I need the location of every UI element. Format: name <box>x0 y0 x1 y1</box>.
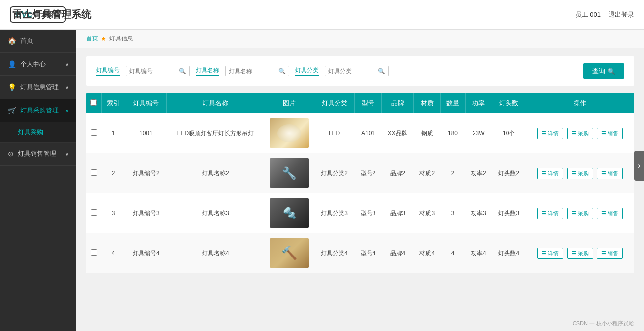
th-material: 材质 <box>414 93 441 113</box>
row-bulbs: 灯头数2 <box>492 153 526 193</box>
table-row: 1 1001 LED吸顶灯客厅灯长方形吊灯 LED A101 XX品牌 钢质 1… <box>86 113 634 153</box>
search-btn-label: 查询 <box>592 67 605 75</box>
sidebar-item-lamp-purchase[interactable]: 🛒 灯具采购管理 ∨ <box>0 99 76 122</box>
th-name: 灯具名称 <box>167 93 265 113</box>
sidebar-lamp-sales-label: 灯具销售管理 <box>18 149 56 158</box>
sidebar-lamp-purchase-label: 灯具采购管理 <box>20 106 59 115</box>
search-input-3[interactable] <box>328 68 378 74</box>
search-input-2[interactable] <box>229 68 278 74</box>
purchase-button[interactable]: ☰ 采购 <box>567 128 593 139</box>
row-index: 1 <box>101 113 126 153</box>
sidebar-item-personal[interactable]: 👤 个人中心 ∧ <box>0 53 76 76</box>
row-power: 功率3 <box>465 193 492 233</box>
search-btn-icon: 🔍 <box>608 68 615 75</box>
search-field-3: 灯具分类 <box>295 66 319 76</box>
row-checkbox[interactable] <box>91 209 97 216</box>
sidebar-item-lamp-sales[interactable]: ⊙ 灯具销售管理 ∧ <box>0 143 76 166</box>
breadcrumb-star: ★ <box>101 36 106 42</box>
select-all-checkbox[interactable] <box>90 99 97 106</box>
row-index: 2 <box>101 153 126 193</box>
search-input-1[interactable] <box>129 68 179 74</box>
search-icon-3: 🔍 <box>378 68 385 74</box>
row-material: 材质2 <box>414 153 441 193</box>
row-bulbs: 10个 <box>492 113 526 153</box>
employee-label: 员工 001 <box>576 10 601 19</box>
sales-button[interactable]: ☰ 销售 <box>597 128 623 139</box>
purchase-button[interactable]: ☰ 采购 <box>567 208 593 219</box>
logout-button[interactable]: 退出登录 <box>609 10 634 19</box>
row-actions: ☰ 详情 ☰ 采购 ☰ 销售 <box>526 113 634 153</box>
sidebar-personal-label: 个人中心 <box>20 60 46 69</box>
data-table: 索引 灯具编号 灯具名称 图片 灯具分类 型号 品牌 材质 数量 功率 灯头数 … <box>86 93 634 273</box>
th-index: 索引 <box>101 93 126 113</box>
search-input-wrap-2[interactable]: 🔍 <box>225 66 289 76</box>
search-button[interactable]: 查询 🔍 <box>583 63 624 79</box>
row-checkbox[interactable] <box>91 129 97 136</box>
row-model: 型号2 <box>355 153 381 193</box>
table-row: 4 灯具编号4 灯具名称4 灯具分类4 型号4 品牌4 材质4 4 功率4 灯头… <box>86 233 634 273</box>
row-checkbox[interactable] <box>91 249 97 256</box>
row-brand: 品牌3 <box>381 193 413 233</box>
row-category: 灯具分类2 <box>314 153 354 193</box>
th-code: 灯具编号 <box>126 93 166 113</box>
row-quantity: 2 <box>441 153 465 193</box>
sidebar-item-lamp-buy[interactable]: 灯具采购 <box>0 122 76 143</box>
product-image <box>270 158 309 188</box>
row-code: 灯具编号2 <box>126 153 166 193</box>
row-name: LED吸顶灯客厅灯长方形吊灯 <box>167 113 265 153</box>
search-field-2: 灯具名称 <box>196 66 219 76</box>
detail-button[interactable]: ☰ 详情 <box>537 168 563 179</box>
th-category: 灯具分类 <box>314 93 354 113</box>
th-actions: 操作 <box>526 93 634 113</box>
breadcrumb: 首页 ★ 灯具信息 <box>76 30 644 48</box>
cart-icon: ☰ <box>572 250 576 257</box>
sales-button[interactable]: ☰ 销售 <box>597 168 623 179</box>
logo-area: nVc 雷士照明 雷士灯具管理系统 <box>10 6 91 23</box>
list-icon: ☰ <box>542 170 546 177</box>
sidebar-item-home[interactable]: 🏠 首页 <box>0 30 76 53</box>
list-icon: ☰ <box>542 250 546 257</box>
purchase-button[interactable]: ☰ 采购 <box>567 248 593 259</box>
row-category: 灯具分类3 <box>314 193 354 233</box>
sales-button[interactable]: ☰ 销售 <box>597 248 623 259</box>
header-user-area: 员工 001 退出登录 <box>576 10 634 19</box>
detail-button[interactable]: ☰ 详情 <box>537 208 563 219</box>
lamp-info-icon: 💡 <box>8 83 16 91</box>
lamp-purchase-icon: 🛒 <box>8 107 16 114</box>
row-actions: ☰ 详情 ☰ 采购 ☰ 销售 <box>526 153 634 193</box>
product-image <box>270 238 309 268</box>
row-power: 23W <box>465 113 492 153</box>
sidebar-lamp-info-label: 灯具信息管理 <box>20 83 59 92</box>
breadcrumb-home-link[interactable]: 首页 <box>86 35 98 43</box>
th-bulbs: 灯头数 <box>492 93 526 113</box>
cart-icon: ☰ <box>572 170 576 177</box>
sidebar-item-lamp-info[interactable]: 💡 灯具信息管理 ∧ <box>0 76 76 99</box>
app-title: 雷士灯具管理系统 <box>12 8 91 21</box>
row-checkbox[interactable] <box>91 169 97 176</box>
header: nVc 雷士照明 雷士灯具管理系统 员工 001 退出登录 <box>0 0 644 30</box>
detail-button[interactable]: ☰ 详情 <box>537 128 563 139</box>
list-icon: ☰ <box>542 210 546 217</box>
row-category: 灯具分类4 <box>314 233 354 273</box>
row-brand: 品牌2 <box>381 153 413 193</box>
table-row: 2 灯具编号2 灯具名称2 灯具分类2 型号2 品牌2 材质2 2 功率2 灯头… <box>86 153 634 193</box>
search-label-1: 灯具编号 <box>96 66 120 76</box>
sales-button[interactable]: ☰ 销售 <box>597 208 623 219</box>
row-actions: ☰ 详情 ☰ 采购 ☰ 销售 <box>526 193 634 233</box>
purchase-button[interactable]: ☰ 采购 <box>567 168 593 179</box>
row-checkbox-cell <box>86 113 101 153</box>
sale-icon: ☰ <box>601 130 606 137</box>
row-bulbs: 灯头数3 <box>492 193 526 233</box>
lamp-purchase-arrow-icon: ∨ <box>65 108 68 113</box>
th-model: 型号 <box>355 93 381 113</box>
search-input-wrap-3[interactable]: 🔍 <box>325 66 389 76</box>
search-input-wrap-1[interactable]: 🔍 <box>126 66 190 76</box>
row-actions: ☰ 详情 ☰ 采购 ☰ 销售 <box>526 233 634 273</box>
sidebar-lamp-buy-label: 灯具采购 <box>18 128 43 136</box>
right-expand-button[interactable]: › <box>634 151 644 181</box>
lamp-info-arrow-icon: ∧ <box>65 85 68 90</box>
breadcrumb-current: 灯具信息 <box>109 35 133 43</box>
lamp-sales-arrow-icon: ∧ <box>65 151 68 157</box>
detail-button[interactable]: ☰ 详情 <box>537 248 563 259</box>
footer-watermark: CSDN 一 枝小小程序员哈 <box>573 320 634 327</box>
